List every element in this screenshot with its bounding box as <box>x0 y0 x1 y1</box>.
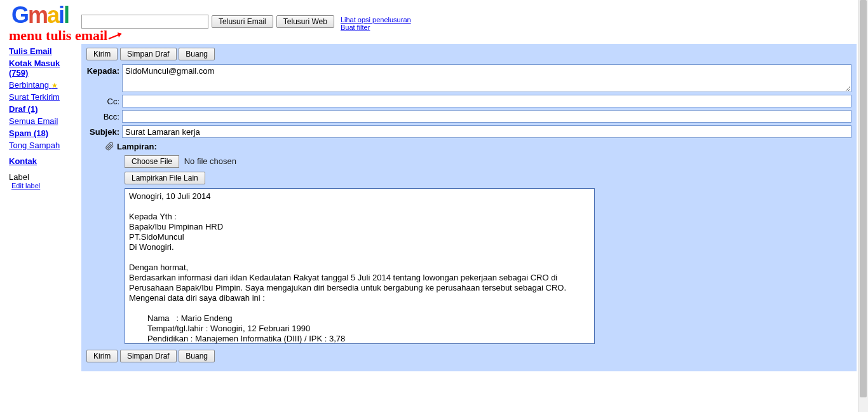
discard-button-bottom[interactable]: Buang <box>179 350 215 362</box>
no-file-label: No file chosen <box>184 156 236 166</box>
scrollbar-thumb[interactable] <box>860 0 867 397</box>
search-bar: Telusuri Email Telusuri Web <box>81 15 334 29</box>
attach-label: Lampiran: <box>117 142 157 151</box>
link-create-filter[interactable]: Buat filter <box>341 24 411 31</box>
save-draft-button[interactable]: Simpan Draf <box>120 48 177 60</box>
to-label: Kepada: <box>86 64 122 76</box>
subject-row: Subjek: <box>86 125 851 138</box>
sidebar-drafts[interactable]: Draf (1) <box>9 104 78 114</box>
search-input[interactable] <box>81 15 208 29</box>
sidebar-starred[interactable]: Berbintang ★ <box>9 80 78 90</box>
attach-row: Lampiran: <box>105 141 851 153</box>
cc-label: Cc: <box>86 95 122 106</box>
header: Gmail Telusuri Email Telusuri Web Lihat … <box>0 0 868 31</box>
sidebar-edit-label[interactable]: Edit label <box>11 182 78 189</box>
sidebar-inbox[interactable]: Kotak Masuk (759) <box>9 58 78 78</box>
to-field[interactable] <box>122 64 851 92</box>
email-body-field[interactable] <box>125 188 595 344</box>
cc-row: Cc: <box>86 95 851 107</box>
sidebar-label-heading: Label <box>9 172 78 182</box>
main-area: Tulis Email Kotak Masuk (759) Berbintang… <box>0 44 868 371</box>
subject-label: Subjek: <box>86 125 122 137</box>
sidebar-trash[interactable]: Tong Sampah <box>9 141 78 150</box>
arrow-icon <box>107 30 126 41</box>
sidebar-sent[interactable]: Surat Terkirim <box>9 92 78 102</box>
gmail-logo: Gmail <box>5 2 69 29</box>
sidebar-contacts[interactable]: Kontak <box>9 156 78 166</box>
discard-button[interactable]: Buang <box>179 48 215 60</box>
choose-file-button[interactable]: Choose File <box>125 155 179 168</box>
cc-field[interactable] <box>122 95 851 107</box>
sidebar-compose[interactable]: Tulis Email <box>9 46 78 56</box>
to-row: Kepada: <box>86 64 851 92</box>
bcc-label: Bcc: <box>86 110 122 121</box>
search-web-button[interactable]: Telusuri Web <box>276 15 334 28</box>
search-email-button[interactable]: Telusuri Email <box>212 15 273 28</box>
sidebar-spam[interactable]: Spam (18) <box>9 128 78 138</box>
bcc-row: Bcc: <box>86 110 851 123</box>
top-button-row: Kirim Simpan Draf Buang <box>86 48 851 60</box>
paperclip-icon <box>105 142 114 153</box>
link-search-options[interactable]: Lihat opsi penelusuran <box>341 16 411 24</box>
window-scrollbar[interactable] <box>858 0 868 412</box>
annotation-label: menu tulis email <box>9 27 868 44</box>
compose-panel: Kirim Simpan Draf Buang Kepada: Cc: Bcc:… <box>81 44 857 371</box>
search-links: Lihat opsi penelusuran Buat filter <box>341 16 411 31</box>
save-draft-button-bottom[interactable]: Simpan Draf <box>120 350 177 362</box>
attach-another-button[interactable]: Lampirkan File Lain <box>125 172 205 184</box>
bcc-field[interactable] <box>122 110 851 123</box>
star-icon: ★ <box>51 81 58 89</box>
sidebar-all-mail[interactable]: Semua Email <box>9 116 78 126</box>
sidebar: Tulis Email Kotak Masuk (759) Berbintang… <box>0 44 81 371</box>
bottom-button-row: Kirim Simpan Draf Buang <box>86 350 851 362</box>
attach-block: Choose File No file chosen Lampirkan Fil… <box>125 155 851 184</box>
send-button-bottom[interactable]: Kirim <box>86 350 118 362</box>
send-button[interactable]: Kirim <box>86 48 118 60</box>
subject-field[interactable] <box>122 125 851 138</box>
